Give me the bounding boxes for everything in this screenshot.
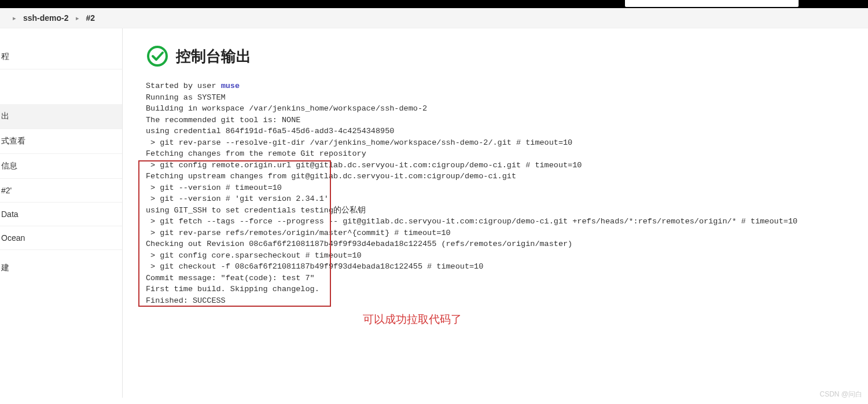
console-line-start: Started by user [146,82,221,90]
layout: 程 出 式查看 信息 #2' Data Ocean 建 控制台输出 Starte… [0,28,868,398]
sidebar-item-2[interactable]: 式查看 [0,129,122,154]
sidebar-item-3[interactable]: 信息 [0,154,122,179]
top-bar-search[interactable] [625,0,799,7]
top-bar [0,0,868,8]
console-body: Running as SYSTEM Building in workspace … [146,93,797,305]
sidebar-item-1[interactable]: 出 [0,104,122,129]
breadcrumb-item-build[interactable]: #2 [86,13,95,23]
chevron-right-icon: ▸ [13,14,16,22]
user-link[interactable]: muse [221,82,240,90]
svg-point-0 [148,47,167,65]
sidebar-item-6[interactable]: Ocean [0,226,122,250]
annotation-text: 可以成功拉取代码了 [363,312,462,327]
sidebar: 程 出 式查看 信息 #2' Data Ocean 建 [0,28,123,398]
sidebar-item-4[interactable]: #2' [0,179,122,203]
main-content: 控制台输出 Started by user muse Running as SY… [123,28,868,398]
page-title-row: 控制台输出 [146,45,868,68]
success-check-icon [146,45,169,68]
console-output: Started by user muse Running as SYSTEM B… [146,80,868,306]
breadcrumb: ▸ ssh-demo-2 ▸ #2 [0,8,868,28]
watermark: CSDN @问白 [819,390,862,399]
sidebar-item-0[interactable]: 程 [0,45,122,69]
page-title: 控制台输出 [176,46,251,67]
chevron-right-icon: ▸ [76,14,79,22]
sidebar-item-5[interactable]: Data [0,203,122,226]
sidebar-item-7[interactable]: 建 [0,256,122,280]
breadcrumb-item-project[interactable]: ssh-demo-2 [23,13,69,23]
